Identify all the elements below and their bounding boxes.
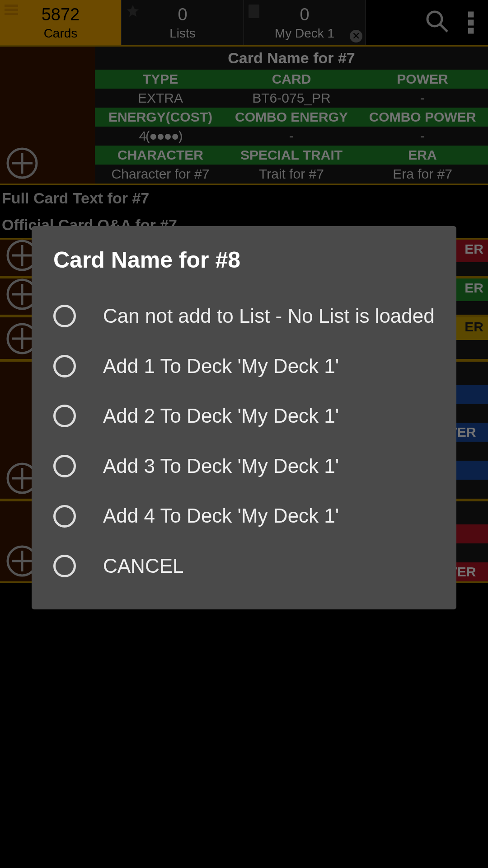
option-label: Add 4 To Deck 'My Deck 1' [103, 505, 339, 528]
radio-icon [53, 405, 76, 427]
radio-icon [53, 305, 76, 327]
option-label: Can not add to List - No List is loaded [103, 305, 435, 328]
option-label: Add 2 To Deck 'My Deck 1' [103, 405, 339, 428]
dialog-option[interactable]: Add 1 To Deck 'My Deck 1' [53, 341, 435, 392]
dialog-option[interactable]: Add 2 To Deck 'My Deck 1' [53, 391, 435, 441]
option-label: CANCEL [103, 555, 184, 578]
add-card-dialog: Card Name for #8 Can not add to List - N… [32, 226, 456, 609]
option-label: Add 3 To Deck 'My Deck 1' [103, 455, 339, 478]
radio-icon [53, 455, 76, 477]
radio-icon [53, 355, 76, 377]
dialog-option[interactable]: Add 3 To Deck 'My Deck 1' [53, 441, 435, 491]
dialog-cancel[interactable]: CANCEL [53, 541, 435, 591]
radio-icon [53, 505, 76, 528]
dialog-title: Card Name for #8 [53, 247, 435, 273]
dialog-option[interactable]: Can not add to List - No List is loaded [53, 291, 435, 341]
option-label: Add 1 To Deck 'My Deck 1' [103, 355, 339, 378]
dialog-option[interactable]: Add 4 To Deck 'My Deck 1' [53, 491, 435, 541]
radio-icon [53, 555, 76, 577]
